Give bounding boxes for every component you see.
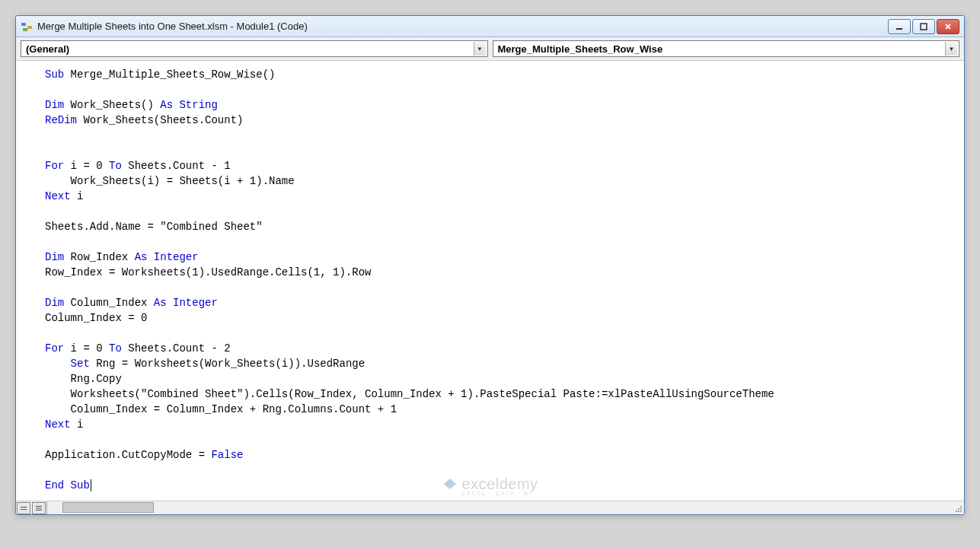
- chevron-down-icon: ▼: [945, 42, 957, 56]
- object-dropdown-value: (General): [26, 43, 69, 55]
- full-module-view-button[interactable]: [32, 502, 46, 514]
- svg-point-14: [958, 510, 959, 512]
- titlebar[interactable]: Merge Multiple Sheets into One Sheet.xls…: [16, 16, 964, 37]
- bottom-bar: [16, 501, 964, 514]
- app-icon: [21, 21, 33, 33]
- resize-grip-icon[interactable]: [952, 502, 964, 514]
- maximize-button[interactable]: [912, 19, 935, 34]
- code-window: Merge Multiple Sheets into One Sheet.xls…: [15, 15, 965, 515]
- object-dropdown[interactable]: (General) ▼: [21, 40, 488, 57]
- svg-point-11: [958, 508, 959, 510]
- window-title: Merge Multiple Sheets into One Sheet.xls…: [37, 21, 888, 32]
- svg-rect-8: [36, 507, 42, 508]
- svg-rect-3: [896, 28, 902, 30]
- window-controls: [888, 19, 959, 34]
- svg-rect-7: [36, 506, 42, 507]
- svg-rect-2: [23, 28, 27, 31]
- procedure-view-button[interactable]: [17, 502, 30, 514]
- svg-point-10: [960, 506, 962, 507]
- code-editor[interactable]: Sub Merge_Multiple_Sheets_Row_Wise() Dim…: [16, 61, 964, 501]
- dropdown-row: (General) ▼ Merge_Multiple_Sheets_Row_Wi…: [16, 37, 964, 61]
- svg-rect-1: [27, 26, 32, 29]
- svg-rect-5: [21, 507, 27, 507]
- minimize-button[interactable]: [888, 19, 911, 34]
- svg-rect-0: [21, 23, 26, 26]
- svg-rect-6: [21, 509, 27, 510]
- procedure-dropdown-value: Merge_Multiple_Sheets_Row_Wise: [498, 43, 663, 55]
- close-button[interactable]: [937, 19, 959, 34]
- view-buttons: [16, 501, 47, 515]
- horizontal-scrollbar[interactable]: [49, 502, 950, 514]
- svg-point-13: [956, 510, 957, 512]
- svg-point-12: [960, 508, 962, 510]
- svg-point-15: [960, 510, 962, 512]
- code-container: Sub Merge_Multiple_Sheets_Row_Wise() Dim…: [16, 61, 964, 514]
- svg-rect-4: [921, 24, 927, 30]
- svg-rect-9: [36, 510, 42, 510]
- scrollbar-thumb[interactable]: [62, 502, 154, 513]
- chevron-down-icon: ▼: [474, 42, 486, 56]
- procedure-dropdown[interactable]: Merge_Multiple_Sheets_Row_Wise ▼: [493, 40, 960, 57]
